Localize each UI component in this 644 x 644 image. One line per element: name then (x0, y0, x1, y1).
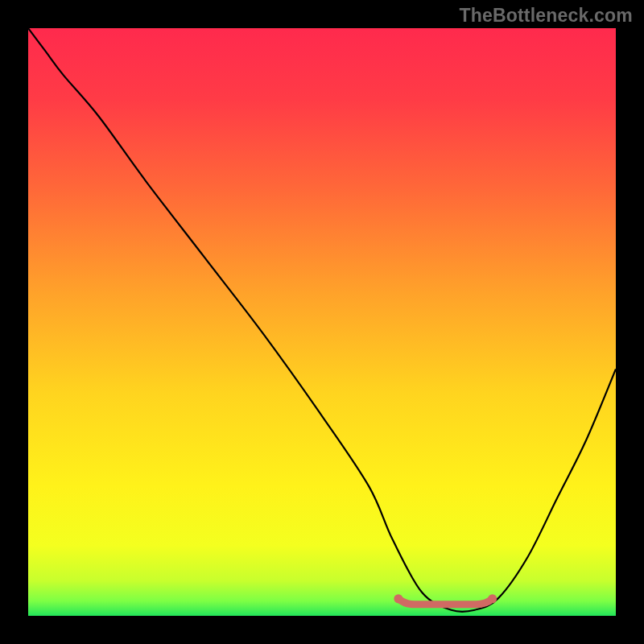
optimal-range-start-dot (394, 594, 402, 603)
optimal-range-end-dot (488, 594, 497, 603)
watermark-text: TheBottleneck.com (459, 5, 633, 27)
bottleneck-chart (28, 28, 616, 616)
chart-frame (28, 28, 616, 616)
gradient-background (28, 28, 616, 616)
